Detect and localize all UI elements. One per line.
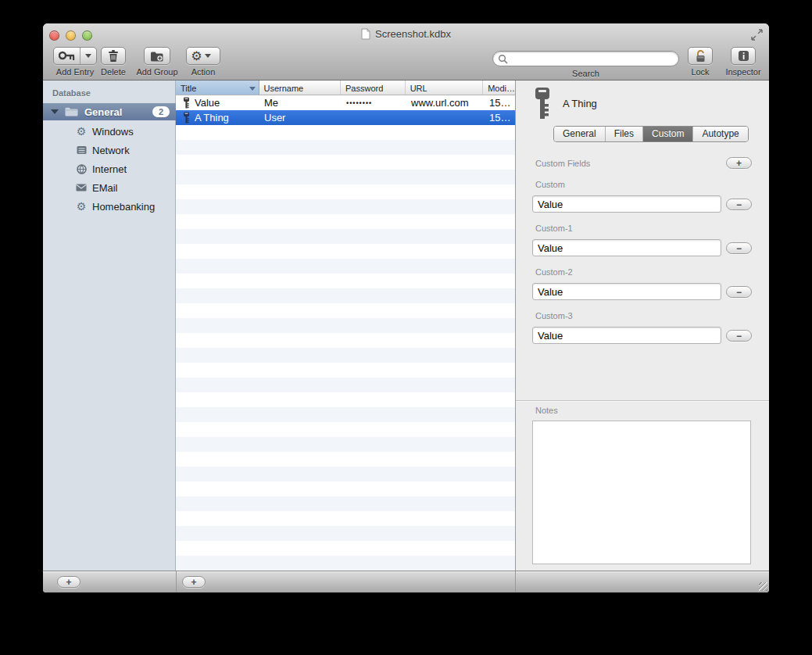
sidebar-item-windows[interactable]: ⚙ Windows <box>43 122 176 141</box>
empty-table-row[interactable] <box>176 467 515 481</box>
fullscreen-icon[interactable] <box>751 29 763 41</box>
remove-custom-field-button[interactable]: − <box>726 199 752 210</box>
empty-table-row[interactable] <box>176 140 515 155</box>
content-area: Database General 2 ⚙ Windows <box>43 81 769 571</box>
custom-field-input[interactable] <box>532 195 721 213</box>
sidebar-item-homebanking[interactable]: ⚙ Homebanking <box>43 197 176 216</box>
column-header-title[interactable]: Title <box>176 81 259 95</box>
add-entry-button[interactable] <box>53 47 97 65</box>
inspector-panel: A Thing General Files Custom Autotype Cu… <box>515 81 769 571</box>
custom-field-input[interactable] <box>532 283 721 300</box>
add-custom-field-button[interactable]: + <box>726 157 752 169</box>
sidebar-item-email[interactable]: EMail <box>43 178 176 197</box>
table-header: Title Username Password URL Modi… <box>176 81 515 95</box>
divider <box>176 571 177 592</box>
titlebar[interactable]: Screenshot.kdbx <box>43 23 769 45</box>
custom-field-input[interactable] <box>532 327 721 344</box>
empty-table-row[interactable] <box>176 556 515 571</box>
envelope-icon <box>75 184 88 191</box>
remove-custom-field-button[interactable]: − <box>726 286 752 298</box>
search-field[interactable] <box>492 51 679 66</box>
empty-table-row[interactable] <box>176 244 515 259</box>
gear-icon: ⚙ <box>191 50 202 63</box>
empty-table-row[interactable] <box>176 422 515 437</box>
search-input[interactable] <box>508 52 678 65</box>
empty-table-row[interactable] <box>176 496 515 511</box>
empty-table-row[interactable] <box>176 526 515 541</box>
empty-table-row[interactable] <box>176 378 515 392</box>
lock-label: Lock <box>691 67 709 77</box>
empty-table-row[interactable] <box>176 437 515 452</box>
remove-custom-field-button[interactable]: − <box>726 330 752 342</box>
empty-table-row[interactable] <box>176 170 515 184</box>
sidebar-item-internet[interactable]: Internet <box>43 159 176 178</box>
divider <box>515 571 516 592</box>
entry-modified: 15… <box>485 97 515 109</box>
empty-table-row[interactable] <box>176 274 515 288</box>
empty-table-row[interactable] <box>176 214 515 229</box>
tab-files[interactable]: Files <box>606 127 643 141</box>
lock-button[interactable] <box>688 47 713 65</box>
column-header-url[interactable]: URL <box>406 81 484 95</box>
empty-table-row[interactable] <box>176 392 515 407</box>
empty-table-row[interactable] <box>176 184 515 199</box>
empty-table-row[interactable] <box>176 407 515 422</box>
empty-table-row[interactable] <box>176 155 515 170</box>
empty-table-row[interactable] <box>176 199 515 214</box>
folder-plus-icon <box>150 51 164 62</box>
custom-field-input[interactable] <box>532 239 721 256</box>
add-group-button[interactable] <box>144 47 170 65</box>
notes-textarea[interactable] <box>532 421 751 564</box>
resize-grip[interactable] <box>759 582 767 591</box>
sidebar-group-label: General <box>84 106 152 118</box>
inspector-button[interactable] <box>731 47 756 65</box>
server-icon <box>75 145 88 155</box>
empty-table-row[interactable] <box>176 541 515 556</box>
delete-item: Delete <box>95 47 132 77</box>
action-button[interactable]: ⚙ <box>186 47 220 65</box>
empty-table-row[interactable] <box>176 452 515 467</box>
empty-table-row[interactable] <box>176 363 515 378</box>
empty-table-row[interactable] <box>176 303 515 318</box>
sidebar-item-label: Network <box>92 145 130 156</box>
remove-custom-field-button[interactable]: − <box>726 242 752 254</box>
empty-table-row[interactable] <box>176 259 515 274</box>
empty-table-row[interactable] <box>176 288 515 303</box>
delete-label: Delete <box>101 67 126 77</box>
tab-general[interactable]: General <box>554 127 606 141</box>
empty-table-row[interactable] <box>176 348 515 363</box>
sidebar-group-general[interactable]: General 2 <box>43 103 176 120</box>
add-group-plus-button[interactable]: + <box>57 576 80 588</box>
empty-table-row[interactable] <box>176 318 515 333</box>
entry-table: Title Username Password URL Modi… <box>176 81 515 571</box>
gear-icon: ⚙ <box>75 201 88 212</box>
entry-title: Value <box>195 97 220 109</box>
empty-table-row[interactable] <box>176 333 515 348</box>
sidebar-item-label: Windows <box>92 126 134 138</box>
key-icon <box>533 87 552 120</box>
custom-field-label: Custom-1 <box>535 224 573 233</box>
globe-icon <box>75 164 88 174</box>
empty-table-row[interactable] <box>176 511 515 526</box>
column-header-password[interactable]: Password <box>341 81 406 95</box>
column-header-username[interactable]: Username <box>259 81 342 95</box>
key-icon <box>183 97 190 109</box>
sidebar-item-network[interactable]: Network <box>43 141 176 159</box>
empty-table-row[interactable] <box>176 481 515 496</box>
key-icon <box>183 112 190 123</box>
table-row[interactable]: Value Me •••••••• www.url.com 15… <box>176 95 515 110</box>
search-icon <box>498 54 508 64</box>
tab-custom[interactable]: Custom <box>643 127 693 141</box>
empty-table-row[interactable] <box>176 125 515 140</box>
gear-icon: ⚙ <box>75 126 88 137</box>
disclosure-triangle-icon[interactable] <box>51 109 59 114</box>
delete-button[interactable] <box>101 47 126 65</box>
bottom-bar: + + <box>43 571 769 592</box>
column-header-modified[interactable]: Modi… <box>483 81 515 95</box>
lock-item: Lock <box>683 47 717 77</box>
empty-table-row[interactable] <box>176 229 515 244</box>
tab-autotype[interactable]: Autotype <box>693 127 747 141</box>
add-entry-plus-button[interactable]: + <box>182 576 206 588</box>
table-row-selected[interactable]: A Thing User 15… <box>176 110 515 125</box>
add-group-item: Add Group <box>134 47 181 77</box>
